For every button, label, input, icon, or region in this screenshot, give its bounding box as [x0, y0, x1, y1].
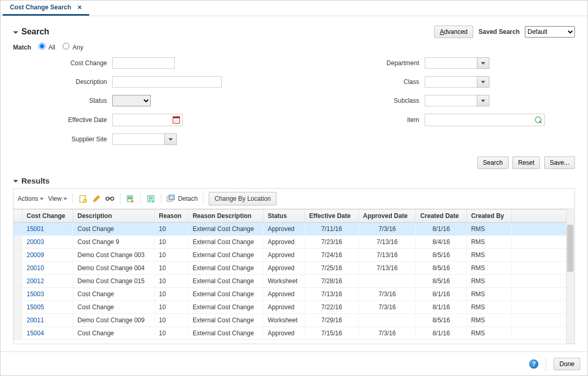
cell-cost-change[interactable]: 15005: [22, 301, 73, 314]
cell-cost-change[interactable]: 20003: [22, 236, 73, 249]
cell-cost-change[interactable]: 20011: [22, 314, 73, 327]
col-reason-description[interactable]: Reason Description: [188, 210, 263, 223]
tab-bar: Cost Change Search ✕: [1, 1, 587, 16]
col-created-by[interactable]: Created By: [466, 210, 511, 223]
cell-reason: 10: [154, 275, 188, 288]
reset-button[interactable]: Reset: [512, 156, 540, 169]
glasses-icon[interactable]: [105, 194, 115, 203]
item-label: Item: [326, 116, 425, 124]
search-icon[interactable]: [535, 116, 542, 124]
match-any-option[interactable]: Any: [60, 44, 83, 51]
wrap-icon[interactable]: [146, 194, 155, 203]
table-scrollbar[interactable]: [566, 209, 574, 344]
cell-reason: 10: [154, 327, 188, 340]
cell-description: Cost Change: [73, 288, 154, 301]
table-row[interactable]: 15003Cost Change10External Cost ChangeAp…: [14, 288, 574, 301]
cost-change-input[interactable]: [112, 57, 175, 69]
status-label: Status: [13, 97, 112, 104]
supplier-site-combo[interactable]: [112, 134, 177, 145]
table-row[interactable]: 20010Demo Cost Change 00410External Cost…: [14, 262, 574, 275]
separator: [203, 193, 203, 204]
cell-cost-change[interactable]: 15004: [22, 327, 73, 340]
cell-status: Worksheet: [263, 275, 305, 288]
match-label: Match: [13, 44, 31, 51]
department-dropdown-icon[interactable]: [477, 57, 489, 69]
advanced-button[interactable]: Advanced: [434, 26, 473, 38]
cell-spacer: [512, 249, 574, 262]
export-icon[interactable]: [126, 194, 135, 203]
subclass-input[interactable]: [425, 95, 477, 106]
match-any-radio[interactable]: [63, 43, 69, 50]
table-row[interactable]: 15005Cost Change10External Cost ChangeAp…: [14, 301, 574, 314]
main-pane: Search Advanced Saved Search Default Mat…: [1, 16, 587, 351]
class-input[interactable]: [425, 76, 477, 88]
col-reason[interactable]: Reason: [154, 210, 188, 223]
collapse-icon[interactable]: [13, 180, 18, 183]
subclass-combo[interactable]: [425, 95, 489, 106]
cost-change-label: Cost Change: [13, 59, 112, 67]
class-combo[interactable]: [425, 76, 489, 88]
table-row[interactable]: 20003Cost Change 910External Cost Change…: [14, 236, 574, 249]
supplier-site-input[interactable]: [112, 134, 164, 145]
cell-cost-change[interactable]: 15003: [22, 288, 73, 301]
table-row[interactable]: 20011Demo Cost Change 00910External Cost…: [14, 314, 574, 327]
effective-date-input[interactable]: [112, 114, 183, 126]
cell-cost-change[interactable]: 20012: [22, 275, 73, 288]
collapse-icon[interactable]: [13, 31, 18, 34]
results-header: Results: [13, 176, 575, 185]
cell-cost-change[interactable]: 15001: [22, 223, 73, 236]
effective-date-text[interactable]: [115, 116, 167, 124]
criteria: Cost Change Description Status Effective…: [13, 57, 575, 152]
tab-cost-change-search[interactable]: Cost Change Search ✕: [3, 1, 89, 16]
cell-effective: 7/22/16: [305, 301, 358, 314]
save-button[interactable]: Save...: [544, 156, 575, 169]
table-row[interactable]: 20012Demo Cost Change 01510External Cost…: [14, 275, 574, 288]
row-marker: [14, 249, 22, 262]
table-row[interactable]: 15001Cost Change10External Cost ChangeAp…: [14, 223, 574, 236]
search-heading: Search: [21, 27, 49, 37]
department-combo[interactable]: [425, 57, 489, 69]
col-approved-date[interactable]: Approved Date: [358, 210, 416, 223]
cell-approved: 7/13/16: [358, 262, 416, 275]
row-marker: [14, 262, 22, 275]
actions-menu[interactable]: Actions: [18, 195, 44, 202]
edit-icon[interactable]: [92, 194, 101, 203]
table-row[interactable]: 15004Cost Change10External Cost ChangeAp…: [14, 327, 574, 340]
cell-by: RMS: [466, 327, 511, 340]
new-icon[interactable]: [78, 194, 88, 203]
col-effective-date[interactable]: Effective Date: [305, 210, 358, 223]
detach-button[interactable]: Detach: [166, 195, 198, 203]
col-created-date[interactable]: Created Date: [416, 210, 466, 223]
cell-effective: 7/23/16: [305, 236, 358, 249]
item-lookup[interactable]: [425, 114, 545, 126]
description-input[interactable]: [112, 76, 222, 88]
calendar-icon[interactable]: [173, 116, 180, 124]
subclass-dropdown-icon[interactable]: [477, 95, 489, 106]
match-all-radio[interactable]: [39, 43, 45, 50]
cell-cost-change[interactable]: 20010: [22, 262, 73, 275]
table-row[interactable]: 20009Demo Cost Change 00310External Cost…: [14, 249, 574, 262]
scrollbar-thumb[interactable]: [567, 225, 573, 272]
cell-by: RMS: [466, 314, 511, 327]
field-status: Status: [13, 95, 263, 106]
col-status[interactable]: Status: [263, 210, 305, 223]
match-all-option[interactable]: All: [36, 44, 55, 51]
col-spacer: [512, 210, 574, 223]
col-cost-change[interactable]: Cost Change: [22, 210, 73, 223]
department-input[interactable]: [425, 57, 477, 69]
cell-cost-change[interactable]: 20009: [22, 249, 73, 262]
saved-search-select[interactable]: Default: [525, 26, 575, 38]
col-description[interactable]: Description: [73, 210, 154, 223]
status-select[interactable]: [112, 95, 151, 106]
view-menu[interactable]: View: [48, 195, 67, 202]
change-by-location-button[interactable]: Change By Location: [209, 192, 277, 205]
class-dropdown-icon[interactable]: [477, 76, 489, 88]
svg-rect-6: [128, 198, 132, 199]
cell-description: Demo Cost Change 009: [73, 314, 154, 327]
done-button[interactable]: Done: [554, 358, 580, 370]
close-icon[interactable]: ✕: [77, 4, 82, 11]
help-icon[interactable]: ?: [529, 359, 538, 369]
search-button[interactable]: Search: [477, 156, 509, 169]
supplier-site-dropdown-icon[interactable]: [164, 134, 177, 145]
item-input[interactable]: [427, 116, 535, 124]
